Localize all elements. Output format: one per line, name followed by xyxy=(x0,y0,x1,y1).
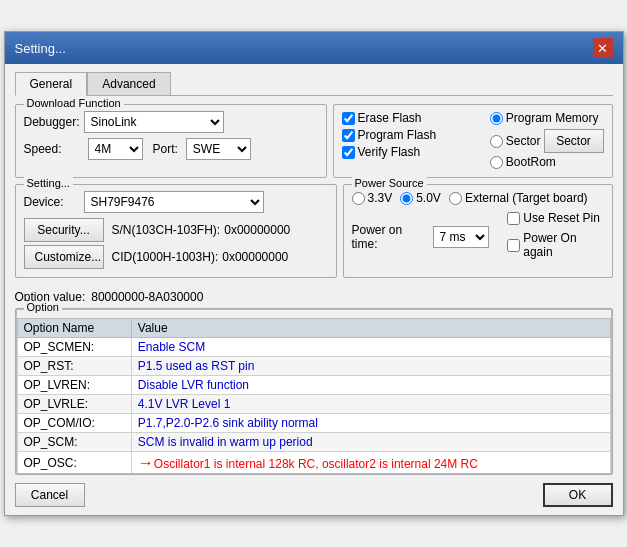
speed-label: Speed: xyxy=(24,142,84,156)
erase-flash-row: Erase Flash xyxy=(342,111,490,125)
bottom-row: Cancel OK xyxy=(15,483,613,507)
v33-row: 3.3V xyxy=(352,191,393,205)
customize-button[interactable]: Customize... xyxy=(24,245,104,269)
arrow-icon: → xyxy=(138,454,154,472)
option-name-cell: OP_SCM: xyxy=(17,433,131,452)
port-label: Port: xyxy=(153,142,178,156)
sector-row: Sector Sector xyxy=(490,129,604,153)
power-section-label: Power Source xyxy=(352,177,427,189)
dialog-body: General Advanced Download Function Debug… xyxy=(5,64,623,515)
option-value-cell: P1.5 used as RST pin xyxy=(131,357,610,376)
erase-flash-checkbox[interactable] xyxy=(342,112,355,125)
download-section-label: Download Function xyxy=(24,97,124,109)
dialog: Setting... ✕ General Advanced Download F… xyxy=(4,31,624,516)
download-section: Download Function Debugger: SinoLink Spe… xyxy=(15,104,327,178)
tab-advanced[interactable]: Advanced xyxy=(87,72,170,95)
top-sections: Download Function Debugger: SinoLink Spe… xyxy=(15,104,613,184)
device-label: Device: xyxy=(24,195,84,209)
option-value: 80000000-8A030000 xyxy=(91,290,203,304)
power-on-time-label: Power on time: xyxy=(352,223,427,251)
tabs: General Advanced xyxy=(15,72,613,96)
option-value-cell: P1.7,P2.0-P2.6 sink ability normal xyxy=(131,414,610,433)
setting-section: Setting... Device: SH79F9476 Security...… xyxy=(15,184,337,278)
power-source-radios: 3.3V 5.0V External (Target board) xyxy=(352,191,604,207)
cid-label: CID(1000H-1003H): xyxy=(112,250,219,264)
col-header-name: Option Name xyxy=(17,319,131,338)
table-row: OP_LVREN:Disable LVR function xyxy=(17,376,610,395)
sector-radio[interactable] xyxy=(490,135,503,148)
debugger-row: Debugger: SinoLink xyxy=(24,111,318,133)
power-checkboxes: Use Reset Pin Power On again xyxy=(507,211,603,262)
security-button[interactable]: Security... xyxy=(24,218,104,242)
program-flash-label: Program Flash xyxy=(358,128,437,142)
close-button[interactable]: ✕ xyxy=(593,38,613,58)
cancel-button[interactable]: Cancel xyxy=(15,483,85,507)
port-select[interactable]: SWE xyxy=(186,138,251,160)
dialog-title: Setting... xyxy=(15,41,66,56)
power-bottom: Power on time: 7 ms Use Reset Pin Power … xyxy=(352,211,604,262)
option-value-cell: → Oscillator1 is internal 128k RC, oscil… xyxy=(131,452,610,474)
device-select[interactable]: SH79F9476 xyxy=(84,191,264,213)
table-wrapper: Option Name Value OP_SCMEN:Enable SCMOP_… xyxy=(16,309,612,474)
external-row: External (Target board) xyxy=(449,191,588,205)
option-value-cell: Enable SCM xyxy=(131,338,610,357)
debugger-select[interactable]: SinoLink xyxy=(84,111,224,133)
power-on-time-select[interactable]: 7 ms xyxy=(433,226,490,248)
power-on-again-label: Power On again xyxy=(523,231,603,259)
verify-flash-checkbox[interactable] xyxy=(342,146,355,159)
option-table-section: Option Option Name Value OP_SCMEN:Enable… xyxy=(15,308,613,475)
option-name-cell: OP_RST: xyxy=(17,357,131,376)
flash-radios: Program Memory Sector Sector BootRom xyxy=(490,111,604,169)
program-flash-row: Program Flash xyxy=(342,128,490,142)
v50-row: 5.0V xyxy=(400,191,441,205)
flash-section-inner: Erase Flash Program Flash Verify Flash xyxy=(342,111,604,169)
use-reset-pin-row: Use Reset Pin xyxy=(507,211,603,225)
option-name-cell: OP_COM/IO: xyxy=(17,414,131,433)
option-name-cell: OP_SCMEN: xyxy=(17,338,131,357)
speed-port-row: Speed: 4M Port: SWE xyxy=(24,138,318,160)
mid-sections: Setting... Device: SH79F9476 Security...… xyxy=(15,184,613,284)
external-radio[interactable] xyxy=(449,192,462,205)
use-reset-pin-label: Use Reset Pin xyxy=(523,211,600,225)
program-memory-label: Program Memory xyxy=(506,111,599,125)
v50-radio[interactable] xyxy=(400,192,413,205)
sn-value: 0x00000000 xyxy=(224,223,290,237)
power-on-again-checkbox[interactable] xyxy=(507,239,520,252)
program-memory-row: Program Memory xyxy=(490,111,604,125)
table-scroll[interactable]: Option Name Value OP_SCMEN:Enable SCMOP_… xyxy=(17,310,611,473)
table-row: OP_COM/IO:P1.7,P2.0-P2.6 sink ability no… xyxy=(17,414,610,433)
option-value-cell: Disable LVR function xyxy=(131,376,610,395)
option-name-cell: OP_LVREN: xyxy=(17,376,131,395)
program-flash-checkbox[interactable] xyxy=(342,129,355,142)
verify-flash-label: Verify Flash xyxy=(358,145,421,159)
table-row: OP_SCM:SCM is invalid in warm up period xyxy=(17,433,610,452)
erase-flash-label: Erase Flash xyxy=(358,111,422,125)
option-table: Option Name Value OP_SCMEN:Enable SCMOP_… xyxy=(17,318,611,473)
program-memory-radio[interactable] xyxy=(490,112,503,125)
table-row: OP_LVRLE:4.1V LVR Level 1 xyxy=(17,395,610,414)
option-value-cell: 4.1V LVR Level 1 xyxy=(131,395,610,414)
table-row: OP_SCMEN:Enable SCM xyxy=(17,338,610,357)
col-header-value: Value xyxy=(131,319,610,338)
power-time-row: Power on time: 7 ms xyxy=(352,211,490,262)
option-table-label: Option xyxy=(24,301,62,313)
ok-button[interactable]: OK xyxy=(543,483,613,507)
sector-button[interactable]: Sector xyxy=(544,129,604,153)
flash-options-section: Erase Flash Program Flash Verify Flash xyxy=(333,104,613,178)
option-name-cell: OP_LVRLE: xyxy=(17,395,131,414)
tab-general[interactable]: General xyxy=(15,72,88,96)
speed-select[interactable]: 4M xyxy=(88,138,143,160)
v33-radio[interactable] xyxy=(352,192,365,205)
flash-checkboxes: Erase Flash Program Flash Verify Flash xyxy=(342,111,490,169)
table-row: OP_RST:P1.5 used as RST pin xyxy=(17,357,610,376)
sn-cid: Security... S/N(103CH-103FH): 0x00000000… xyxy=(24,218,328,269)
customize-row: Customize... CID(1000H-1003H): 0x0000000… xyxy=(24,245,328,269)
security-row: Security... S/N(103CH-103FH): 0x00000000 xyxy=(24,218,328,242)
debugger-label: Debugger: xyxy=(24,115,84,129)
bootrom-radio[interactable] xyxy=(490,156,503,169)
v33-label: 3.3V xyxy=(368,191,393,205)
option-value-cell: SCM is invalid in warm up period xyxy=(131,433,610,452)
bootrom-row: BootRom xyxy=(490,155,604,169)
use-reset-pin-checkbox[interactable] xyxy=(507,212,520,225)
option-name-cell: OP_OSC: xyxy=(17,452,131,474)
